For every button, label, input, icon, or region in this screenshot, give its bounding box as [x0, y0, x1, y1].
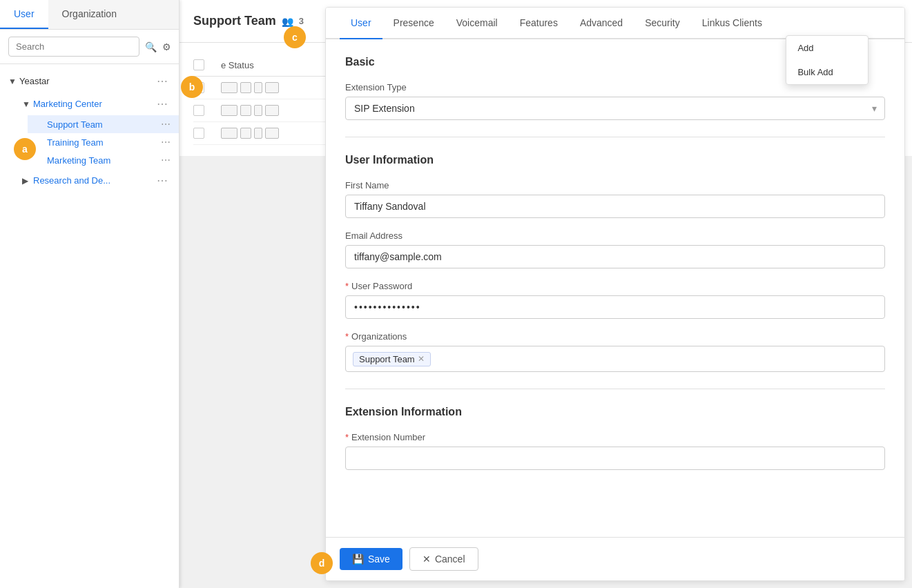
left-panel: User Organization 🔍 ⚙ ▼ Yeastar ⋯: [0, 0, 180, 588]
member-count: 3: [299, 16, 304, 26]
tree-item-yeastar-label: Yeastar: [19, 76, 154, 86]
tab-organization[interactable]: Organization: [48, 0, 130, 29]
monitor-icon: [221, 82, 237, 93]
user-password-group: * User Password: [345, 281, 885, 319]
form-footer: 💾 Save ✕ Cancel: [326, 537, 904, 580]
extension-type-select[interactable]: SIP Extension: [345, 97, 885, 120]
filter-icon[interactable]: ⚙: [162, 41, 171, 52]
save-button-label: Save: [368, 553, 390, 565]
tablet-icon: [240, 128, 251, 139]
right-panel: User Presence Voicemail Features Advance…: [325, 7, 905, 581]
tree-item-yeastar[interactable]: ▼ Yeastar ⋯: [0, 70, 179, 92]
organizations-label: * Organizations: [345, 331, 885, 342]
annotation-b: b: [181, 76, 203, 98]
annotation-a: a: [14, 138, 36, 160]
first-name-input[interactable]: [345, 195, 885, 218]
organization-tag: Support Team ✕: [353, 352, 431, 366]
tree-item-marketing-center[interactable]: ▼ Marketing Center ⋯: [14, 92, 179, 115]
form-tab-presence[interactable]: Presence: [382, 8, 445, 39]
chevron-right-icon: ▶: [22, 176, 33, 186]
form-tab-voicemail[interactable]: Voicemail: [445, 8, 509, 39]
phone-icon: [254, 105, 262, 116]
phone-icon: [254, 82, 262, 93]
phone-icon: [254, 128, 262, 139]
top-tabs: User Organization: [0, 0, 179, 30]
device-icons: [221, 105, 279, 116]
save-button[interactable]: 💾 Save: [340, 548, 402, 570]
training-team-label: Training Team: [47, 137, 161, 148]
tablet-icon: [240, 82, 251, 93]
form-body: Basic Extension Type SIP Extension User …: [326, 39, 904, 537]
tree-item-research-label: Research and De...: [33, 175, 154, 186]
user-password-label: * User Password: [345, 281, 885, 291]
save-icon: 💾: [352, 553, 364, 565]
select-all-checkbox[interactable]: [193, 59, 204, 70]
tree-item-marketing-team[interactable]: Marketing Team ⋯: [28, 151, 179, 169]
tree-item-research[interactable]: ▶ Research and De... ⋯: [14, 169, 179, 192]
col-check-header: [193, 59, 221, 70]
tree-item-marketing-center-label: Marketing Center: [33, 99, 154, 109]
form-tab-linkus[interactable]: Linkus Clients: [691, 8, 773, 39]
email-address-group: Email Address: [345, 231, 885, 268]
tree-root: ▼ Yeastar ⋯ ▼ Marketing Center ⋯: [0, 70, 179, 192]
tablet-icon: [240, 105, 251, 116]
tree-item-support-team[interactable]: Support Team ⋯: [28, 115, 179, 133]
extension-number-group: * Extension Number: [345, 432, 885, 470]
extension-type-group: Extension Type SIP Extension: [345, 82, 885, 120]
support-team-label: Support Team: [47, 119, 161, 130]
cancel-icon: ✕: [423, 553, 431, 565]
main-panel: Support Team 👥 3 ⊕ Add ▾ Add Bulk Add ✏: [180, 0, 912, 588]
device-icons: [221, 128, 279, 139]
member-count-icon: 👥: [282, 16, 293, 27]
required-indicator: *: [345, 432, 349, 442]
device-icons: [221, 82, 279, 93]
chevron-down-icon: ▼: [22, 99, 33, 109]
email-address-input[interactable]: [345, 245, 885, 268]
desktop-icon: [265, 105, 279, 116]
organizations-input[interactable]: Support Team ✕: [345, 346, 885, 372]
extension-number-input[interactable]: [345, 447, 885, 470]
dropdown-add-item[interactable]: Add: [786, 36, 868, 60]
organization-tag-label: Support Team: [359, 354, 415, 364]
extension-info-section-title: Extension Information: [345, 406, 885, 418]
user-password-input[interactable]: [345, 295, 885, 319]
row-checkbox[interactable]: [193, 105, 204, 116]
email-address-label: Email Address: [345, 231, 885, 241]
row-checkbox[interactable]: [193, 128, 204, 139]
more-options-icon[interactable]: ⋯: [154, 73, 171, 89]
first-name-group: First Name: [345, 180, 885, 218]
dropdown-bulk-add-item[interactable]: Bulk Add: [786, 60, 868, 84]
form-tab-advanced[interactable]: Advanced: [569, 8, 634, 39]
form-tab-user[interactable]: User: [340, 8, 382, 39]
marketing-team-label: Marketing Team: [47, 155, 161, 166]
desktop-icon: [265, 128, 279, 139]
more-options-icon[interactable]: ⋯: [161, 137, 171, 148]
search-row: 🔍 ⚙: [0, 30, 179, 64]
more-options-icon[interactable]: ⋯: [154, 96, 171, 112]
extension-type-select-wrapper: SIP Extension: [345, 97, 885, 120]
monitor-icon: [221, 128, 237, 139]
chevron-down-icon: ▼: [8, 77, 19, 86]
more-options-icon[interactable]: ⋯: [154, 173, 171, 188]
desktop-icon: [265, 82, 279, 93]
add-dropdown-menu: Add Bulk Add: [786, 35, 869, 85]
tag-remove-icon[interactable]: ✕: [418, 354, 425, 364]
annotation-d: d: [311, 552, 333, 574]
form-tab-features[interactable]: Features: [509, 8, 569, 39]
tree-children-marketing: Support Team ⋯ Training Team ⋯ Marke: [14, 115, 179, 169]
more-options-icon[interactable]: ⋯: [161, 155, 171, 166]
more-options-icon[interactable]: ⋯: [161, 119, 171, 130]
first-name-label: First Name: [345, 180, 885, 190]
tree-item-training-team[interactable]: Training Team ⋯: [28, 133, 179, 151]
required-indicator: *: [345, 331, 349, 342]
search-icon[interactable]: 🔍: [145, 41, 157, 52]
search-input[interactable]: [8, 37, 139, 57]
annotation-c: c: [284, 26, 306, 48]
form-tab-security[interactable]: Security: [634, 8, 691, 39]
user-info-section-title: User Information: [345, 154, 885, 166]
tab-user[interactable]: User: [0, 0, 48, 29]
section-divider: [345, 137, 885, 137]
cancel-button[interactable]: ✕ Cancel: [409, 547, 478, 571]
cancel-button-label: Cancel: [435, 553, 465, 565]
extension-number-label: * Extension Number: [345, 432, 885, 442]
